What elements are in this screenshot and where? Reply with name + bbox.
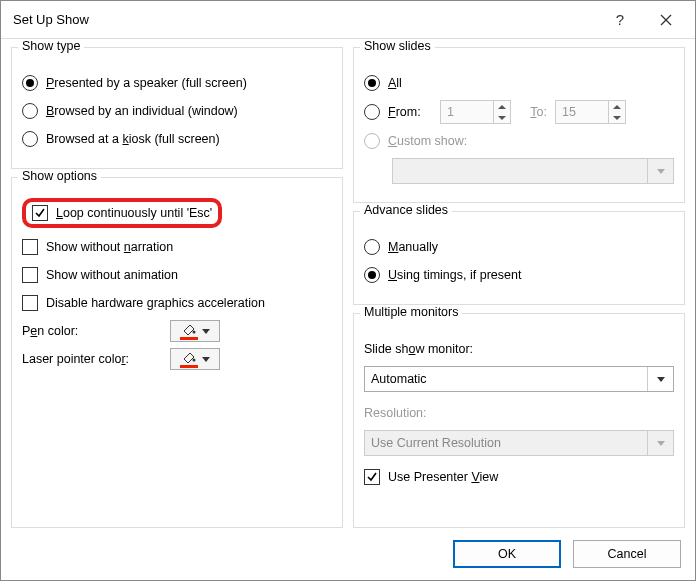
svg-point-3: [193, 359, 196, 362]
to-value: 15: [556, 101, 608, 123]
ok-button[interactable]: OK: [453, 540, 561, 568]
laser-color-swatch: [180, 365, 198, 368]
spin-up[interactable]: [494, 101, 510, 112]
pen-color-button[interactable]: [170, 320, 220, 342]
checkbox-without-animation-row[interactable]: Show without animation: [22, 264, 332, 286]
radio-label: Manually: [388, 240, 438, 254]
from-label: From:: [388, 105, 432, 119]
radio-presented-speaker[interactable]: Presented by a speaker (full screen): [22, 72, 332, 94]
checkbox-disable-hw: [22, 295, 38, 311]
resolution-combo: Use Current Resolution: [364, 430, 674, 456]
chevron-down-icon: [647, 431, 673, 455]
radio-icon: [22, 103, 38, 119]
radio-icon: [22, 75, 38, 91]
radio-label: All: [388, 76, 402, 90]
checkbox-presenter-view-row[interactable]: Use Presenter View: [364, 466, 674, 488]
row-resolution-label: Resolution:: [364, 402, 674, 424]
to-label: To:: [519, 105, 547, 119]
chevron-down-icon: [647, 159, 673, 183]
custom-show-combo: [392, 158, 674, 184]
svg-point-2: [193, 331, 196, 334]
cancel-button[interactable]: Cancel: [573, 540, 681, 568]
monitor-combo[interactable]: Automatic: [364, 366, 674, 392]
from-spinner[interactable]: 1: [440, 100, 511, 124]
titlebar: Set Up Show ?: [1, 1, 695, 39]
close-button[interactable]: [643, 5, 689, 35]
dialog-title: Set Up Show: [13, 12, 597, 27]
checkbox-label: Show without animation: [46, 268, 178, 282]
chevron-down-icon: [202, 329, 210, 334]
setup-show-dialog: Set Up Show ? Show type Presented by a s…: [0, 0, 696, 581]
checkbox-label: Disable hardware graphics acceleration: [46, 296, 265, 310]
radio-icon: [364, 267, 380, 283]
laser-color-label: Laser pointer color:: [22, 352, 162, 366]
laser-color-button[interactable]: [170, 348, 220, 370]
pen-color-swatch: [180, 337, 198, 340]
to-spinner[interactable]: 15: [555, 100, 626, 124]
custom-show-value: [393, 159, 647, 183]
row-custom-combo: [364, 158, 674, 184]
radio-icon: [364, 75, 380, 91]
chevron-down-icon: [202, 357, 210, 362]
group-show-type: Show type Presented by a speaker (full s…: [11, 47, 343, 169]
group-show-options: Show options Loop continuously until 'Es…: [11, 177, 343, 528]
resolution-value: Use Current Resolution: [365, 431, 647, 455]
radio-from-to[interactable]: From: 1 To: 15: [364, 100, 674, 124]
spin-down[interactable]: [494, 112, 510, 123]
radio-icon: [364, 239, 380, 255]
paint-bucket-icon: [181, 350, 197, 364]
legend-advance: Advance slides: [360, 203, 452, 217]
radio-browsed-kiosk[interactable]: Browsed at a kiosk (full screen): [22, 128, 332, 150]
row-pen-color: Pen color:: [22, 320, 332, 342]
chevron-down-icon: [647, 367, 673, 391]
radio-manually[interactable]: Manually: [364, 236, 674, 258]
monitor-value: Automatic: [365, 367, 647, 391]
group-show-slides: Show slides All From: 1 To: 15: [353, 47, 685, 203]
legend-show-type: Show type: [18, 39, 84, 53]
paint-bucket-icon: [181, 322, 197, 336]
check-icon: [366, 471, 378, 483]
checkbox-without-narration: [22, 239, 38, 255]
pen-color-label: Pen color:: [22, 324, 162, 338]
checkbox-label: Use Presenter View: [388, 470, 498, 484]
radio-label: Custom show:: [388, 134, 467, 148]
checkbox-without-narration-row[interactable]: Show without narration: [22, 236, 332, 258]
help-button[interactable]: ?: [597, 5, 643, 35]
legend-monitors: Multiple monitors: [360, 305, 462, 319]
spin-up[interactable]: [609, 101, 625, 112]
resolution-label: Resolution:: [364, 406, 427, 420]
row-monitor-label: Slide show monitor:: [364, 338, 674, 360]
radio-label: Using timings, if present: [388, 268, 521, 282]
radio-icon: [22, 131, 38, 147]
radio-all-slides[interactable]: All: [364, 72, 674, 94]
check-icon: [34, 207, 46, 219]
highlight-loop: Loop continuously until 'Esc': [22, 198, 222, 228]
from-value: 1: [441, 101, 493, 123]
checkbox-loop[interactable]: [32, 205, 48, 221]
legend-show-options: Show options: [18, 169, 101, 183]
radio-label: Presented by a speaker (full screen): [46, 76, 247, 90]
radio-custom-show: Custom show:: [364, 130, 674, 152]
radio-icon: [364, 104, 380, 120]
radio-label: Browsed by an individual (window): [46, 104, 238, 118]
radio-browsed-individual[interactable]: Browsed by an individual (window): [22, 100, 332, 122]
checkbox-label: Show without narration: [46, 240, 173, 254]
checkbox-without-animation: [22, 267, 38, 283]
dialog-footer: OK Cancel: [1, 528, 695, 580]
monitor-label: Slide show monitor:: [364, 342, 473, 356]
spin-down[interactable]: [609, 112, 625, 123]
close-icon: [660, 14, 672, 26]
radio-using-timings[interactable]: Using timings, if present: [364, 264, 674, 286]
checkbox-label: Loop continuously until 'Esc': [56, 206, 212, 220]
legend-show-slides: Show slides: [360, 39, 435, 53]
checkbox-presenter-view: [364, 469, 380, 485]
group-multiple-monitors: Multiple monitors Slide show monitor: Au…: [353, 313, 685, 528]
group-advance-slides: Advance slides Manually Using timings, i…: [353, 211, 685, 305]
row-laser-color: Laser pointer color:: [22, 348, 332, 370]
radio-label: Browsed at a kiosk (full screen): [46, 132, 220, 146]
radio-icon: [364, 133, 380, 149]
checkbox-disable-hw-row[interactable]: Disable hardware graphics acceleration: [22, 292, 332, 314]
